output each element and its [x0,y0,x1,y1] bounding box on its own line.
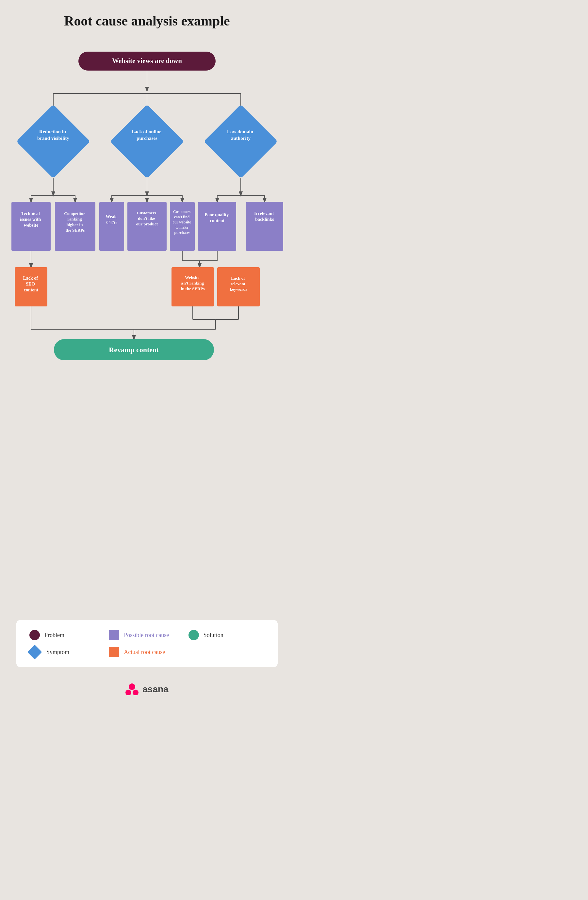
asana-logo-icon [126,683,138,695]
svg-text:Customers
      can't find
   : Customers can't find our website to make… [172,210,192,235]
legend-problem-icon [29,630,40,640]
page-title: Root cause analysis example [64,13,230,29]
problem-node: Website views are down [112,57,182,65]
legend-symptom-icon [27,644,42,659]
svg-point-60 [129,683,135,690]
legend-symptom: Symptom [29,647,105,657]
svg-rect-31 [99,202,124,251]
legend-problem: Problem [29,630,105,640]
legend: Problem Possible root cause Solution Sym… [16,620,278,667]
svg-text:Customers
      don't like
   : Customers don't like our product [136,210,158,227]
svg-rect-7 [16,104,90,178]
svg-text:Lack of
      relevant
      k: Lack of relevant keywords [230,276,247,292]
svg-point-61 [126,690,131,695]
legend-possible-icon [109,630,119,640]
svg-rect-37 [198,202,236,251]
legend-solution: Solution [188,630,265,640]
asana-brand: asana [126,683,168,695]
legend-solution-icon [188,630,199,640]
svg-rect-11 [204,104,278,178]
diagram-container: Website views are down Reduction in bran… [6,45,287,601]
svg-rect-39 [246,202,283,251]
legend-actual-icon [109,647,119,657]
legend-problem-label: Problem [44,632,64,639]
legend-symptom-label: Symptom [47,649,69,656]
flowchart-svg: Website views are down Reduction in bran… [6,45,287,601]
svg-rect-33 [127,202,167,251]
legend-solution-label: Solution [203,632,223,639]
legend-actual: Actual root cause [109,647,185,657]
svg-rect-9 [110,104,184,178]
legend-actual-label: Actual root cause [124,649,165,656]
asana-brand-name: asana [143,684,168,695]
svg-rect-46 [15,267,47,306]
legend-possible-label: Possible root cause [124,632,169,639]
legend-possible: Possible root cause [109,630,185,640]
solution-node: Revamp content [109,346,159,354]
svg-point-62 [133,690,138,695]
